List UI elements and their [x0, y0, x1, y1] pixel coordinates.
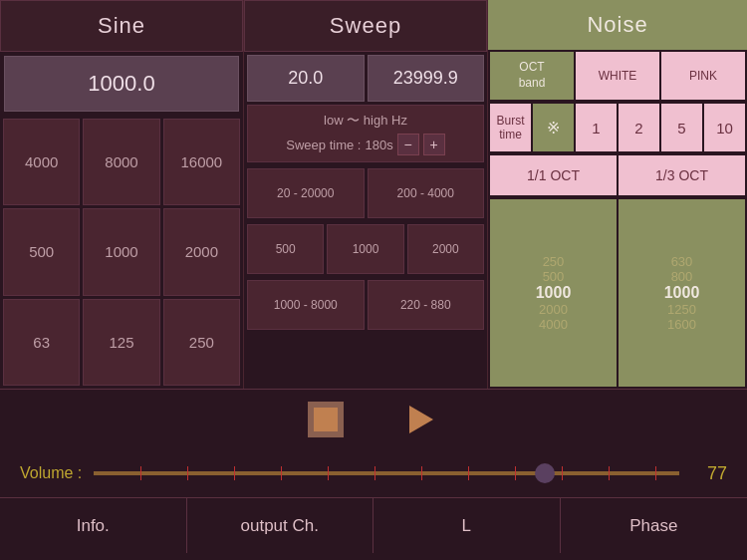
sweep-freq-row: 20.0 23999.9 — [244, 52, 487, 102]
nav-phase-button[interactable]: Phase — [561, 498, 748, 553]
volume-thumb[interactable] — [535, 463, 555, 483]
sine-freq-125[interactable]: 125 — [83, 299, 159, 386]
top-section: Sine 1000.0 4000 8000 16000 500 1000 200… — [0, 0, 747, 389]
sweep-freq-high[interactable]: 23999.9 — [368, 55, 485, 102]
sine-panel: Sine 1000.0 4000 8000 16000 500 1000 200… — [0, 0, 244, 389]
sweep-time-decrease[interactable]: − — [397, 134, 419, 155]
volume-row: Volume : — [0, 449, 747, 497]
sweep-time-value: 180s — [365, 138, 392, 152]
sweep-info-box: low 〜 high Hz Sweep time : 180s − + — [247, 105, 484, 162]
noise-1-1-oct[interactable]: 1/1 OCT — [490, 155, 617, 195]
sine-freq-500[interactable]: 500 — [3, 208, 80, 295]
noise-burst-1[interactable]: 1 — [576, 104, 617, 151]
sweep-mid-grid: 500 1000 2000 — [244, 221, 487, 277]
sweep-header[interactable]: Sweep — [244, 0, 487, 52]
sweep-freq-low[interactable]: 20.0 — [247, 55, 365, 102]
noise-burst-label: Bursttime — [490, 104, 531, 151]
tick-10 — [562, 466, 563, 480]
stop-button[interactable] — [308, 402, 344, 437]
tick-6 — [374, 466, 375, 480]
noise-oct-row: OCTband WHITE PINK — [488, 50, 747, 102]
noise-freq-500[interactable]: 500 — [543, 269, 565, 284]
nav-output-ch-button[interactable]: output Ch. — [187, 498, 374, 553]
tick-2 — [187, 466, 188, 480]
sweep-range-row2: 1000 - 8000 220 - 880 — [244, 277, 487, 333]
noise-oct-select-row: 1/1 OCT 1/3 OCT — [488, 153, 747, 197]
sweep-range-row1: 20 - 20000 200 - 4000 — [244, 165, 487, 221]
bottom-controls: Volume : — [0, 389, 747, 560]
main-container: Sine 1000.0 4000 8000 16000 500 1000 200… — [0, 0, 747, 560]
tick-7 — [421, 466, 422, 480]
sine-freq-63[interactable]: 63 — [3, 299, 80, 386]
bottom-nav: Info. output Ch. L Phase — [0, 497, 747, 553]
sweep-time-label: Sweep time : — [286, 138, 361, 152]
nav-channel-button[interactable]: L — [374, 498, 561, 553]
noise-freq-1250[interactable]: 1250 — [667, 302, 696, 317]
noise-freq-800[interactable]: 800 — [671, 269, 693, 284]
sine-freq-4000[interactable]: 4000 — [3, 119, 80, 205]
noise-freq-1000-selected[interactable]: 1000 — [536, 284, 572, 302]
noise-freq-250[interactable]: 250 — [543, 254, 565, 269]
sweep-panel: Sweep 20.0 23999.9 low 〜 high Hz Sweep t… — [244, 0, 488, 389]
volume-value: 77 — [691, 463, 727, 484]
noise-burst-2[interactable]: 2 — [619, 104, 659, 151]
play-button[interactable] — [403, 402, 439, 437]
sweep-mid-1000[interactable]: 1000 — [327, 224, 403, 274]
play-icon — [409, 406, 433, 433]
noise-1-3-oct[interactable]: 1/3 OCT — [619, 155, 745, 195]
noise-pink-btn[interactable]: PINK — [661, 52, 745, 100]
noise-freq-630[interactable]: 630 — [671, 254, 693, 269]
sine-freq-1000[interactable]: 1000 — [83, 208, 159, 295]
transport-row — [0, 390, 747, 449]
sine-freq-display[interactable]: 1000.0 — [4, 56, 239, 112]
tick-11 — [609, 466, 610, 480]
sweep-range-label: low 〜 high Hz — [254, 112, 477, 130]
tick-9 — [515, 466, 516, 480]
sine-freq-2000[interactable]: 2000 — [163, 208, 240, 295]
volume-slider-container[interactable] — [94, 471, 679, 475]
tick-8 — [468, 466, 469, 480]
noise-burst-5[interactable]: 5 — [661, 104, 702, 151]
sine-header[interactable]: Sine — [0, 0, 243, 52]
volume-ticks — [94, 463, 679, 483]
sweep-mid-2000[interactable]: 2000 — [407, 224, 484, 274]
tick-3 — [234, 466, 235, 480]
sine-grid: 4000 8000 16000 500 1000 2000 63 125 250 — [0, 116, 243, 389]
tick-12 — [655, 466, 656, 480]
noise-burst-10[interactable]: 10 — [704, 104, 745, 151]
noise-oct-band-btn[interactable]: OCTband — [490, 52, 574, 100]
sweep-range-200-4000[interactable]: 200 - 4000 — [368, 168, 485, 218]
noise-panel: Noise OCTband WHITE PINK Bursttime ※ 1 2… — [488, 0, 747, 389]
tick-4 — [281, 466, 282, 480]
noise-freq-list-3: 630 800 1000 1250 1600 — [619, 199, 745, 387]
noise-header[interactable]: Noise — [488, 0, 747, 50]
sweep-range-220-880[interactable]: 220 - 880 — [368, 280, 485, 330]
noise-freq-4000[interactable]: 4000 — [539, 317, 568, 332]
noise-freq-list-1: 250 500 1000 2000 4000 — [490, 199, 617, 387]
noise-freq-2000[interactable]: 2000 — [539, 302, 568, 317]
sweep-time-row: Sweep time : 180s − + — [254, 134, 477, 155]
sine-freq-8000[interactable]: 8000 — [83, 119, 159, 205]
volume-slider-track[interactable] — [94, 471, 679, 475]
sweep-time-increase[interactable]: + — [423, 134, 445, 155]
noise-white-btn[interactable]: WHITE — [576, 52, 659, 100]
volume-label: Volume : — [20, 464, 82, 482]
sweep-range-1000-8000[interactable]: 1000 - 8000 — [247, 280, 365, 330]
sweep-mid-500[interactable]: 500 — [247, 224, 324, 274]
tick-5 — [328, 466, 329, 480]
nav-info-button[interactable]: Info. — [0, 498, 187, 553]
noise-freq-grid: 250 500 1000 2000 4000 630 800 1000 1250… — [488, 197, 747, 389]
tick-1 — [140, 466, 141, 480]
sine-freq-250[interactable]: 250 — [163, 299, 240, 386]
sweep-range-20-20000[interactable]: 20 - 20000 — [247, 168, 365, 218]
noise-freq-1600[interactable]: 1600 — [667, 317, 696, 332]
noise-burst-row: Bursttime ※ 1 2 5 10 — [488, 102, 747, 153]
sine-freq-16000[interactable]: 16000 — [163, 119, 240, 205]
noise-freq-1000-3-selected[interactable]: 1000 — [664, 284, 700, 302]
noise-burst-symbol[interactable]: ※ — [533, 104, 574, 151]
stop-icon — [314, 408, 338, 431]
